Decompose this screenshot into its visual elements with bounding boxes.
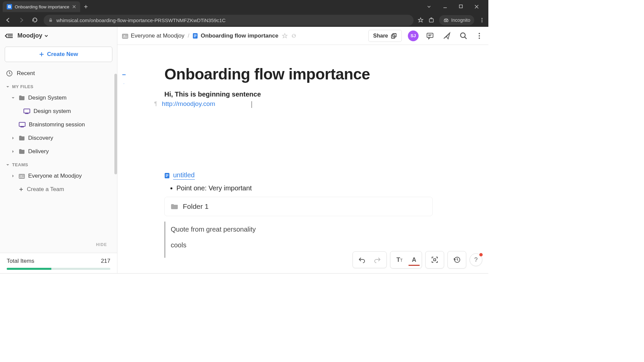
outline-toggle-icon[interactable]: –	[122, 70, 126, 78]
document-heading[interactable]: Hi, This is beginning sentence	[164, 90, 488, 98]
sidebar-section-my-files[interactable]: MY FILES	[0, 80, 117, 91]
svg-point-28	[479, 38, 480, 39]
sidebar-section-teams[interactable]: TEAMS	[0, 158, 117, 169]
caret-right-icon	[11, 136, 15, 140]
favorite-star-icon[interactable]	[282, 33, 288, 39]
browser-menu-icon[interactable]	[479, 17, 485, 23]
caret-right-icon	[11, 174, 15, 178]
quote-line: cools	[171, 241, 433, 249]
tree-label: Design system	[34, 108, 71, 115]
incognito-badge[interactable]: Incognito	[439, 15, 474, 25]
tab-bar: Onboarding flow importance	[0, 0, 488, 13]
address-bar: whimsical.com/onboarding-flow-importance…	[0, 13, 488, 27]
svg-rect-4	[460, 5, 463, 8]
extensions-icon[interactable]	[428, 17, 434, 23]
tree-label: Brainstomring session	[29, 121, 85, 128]
new-tab-button[interactable]	[82, 2, 90, 11]
share-label: Share	[373, 33, 388, 39]
reload-button[interactable]	[30, 15, 40, 25]
doc-icon	[193, 33, 198, 39]
document-title[interactable]: Onboarding flow importance	[164, 65, 488, 83]
chevron-down-icon	[44, 34, 48, 38]
embedded-doc-title: untitled	[173, 171, 195, 180]
caret-down-icon	[6, 85, 9, 88]
help-button[interactable]: ?	[470, 253, 482, 266]
topbar: Everyone at Moodjoy / Onboarding flow im…	[117, 27, 488, 45]
svg-rect-19	[194, 35, 197, 35]
svg-point-9	[446, 20, 448, 22]
tree-item-delivery[interactable]: Delivery	[0, 145, 117, 158]
browser-tab[interactable]: Onboarding flow importance	[3, 1, 80, 12]
tree-item-team-everyone[interactable]: Everyone at Moodjoy	[0, 169, 117, 183]
svg-point-11	[482, 20, 483, 21]
text-color-button[interactable]: A	[409, 254, 420, 266]
board-icon	[19, 122, 25, 127]
collapse-sidebar-button[interactable]	[5, 33, 13, 39]
main-area: Everyone at Moodjoy / Onboarding flow im…	[117, 27, 488, 273]
sidebar-header: Moodjoy	[0, 27, 117, 45]
bullet-list-item[interactable]: Point one: Very important	[170, 184, 488, 192]
breadcrumb-doc-label: Onboarding flow importance	[201, 33, 278, 39]
tab-title: Onboarding flow importance	[15, 4, 69, 9]
redo-button[interactable]	[370, 254, 384, 266]
svg-point-10	[482, 18, 483, 19]
folder-icon	[19, 149, 25, 154]
sidebar-scrollbar[interactable]	[114, 74, 117, 174]
bookmark-star-icon[interactable]	[418, 17, 424, 23]
create-team-button[interactable]: Create a Team	[0, 183, 117, 196]
text-style-button[interactable]: TT	[392, 253, 407, 266]
recent-label: Recent	[17, 70, 35, 77]
tree-item-design-system-board[interactable]: Design system	[0, 105, 117, 118]
sidebar: Moodjoy Create New Recent MY FILES Desig…	[0, 27, 117, 273]
search-icon[interactable]	[458, 31, 469, 41]
focus-mode-button[interactable]	[428, 253, 442, 266]
maximize-icon[interactable]	[456, 3, 466, 10]
notification-dot-icon	[479, 253, 483, 256]
svg-rect-5	[49, 20, 52, 22]
breadcrumb-team[interactable]: Everyone at Moodjoy	[122, 33, 184, 39]
svg-point-12	[482, 21, 483, 22]
caret-down-icon	[11, 96, 15, 100]
comments-icon[interactable]	[425, 31, 435, 41]
board-icon	[23, 109, 30, 114]
svg-rect-6	[429, 19, 433, 22]
more-menu-icon[interactable]	[475, 31, 484, 41]
sync-icon[interactable]	[291, 33, 297, 39]
bullet-icon	[170, 187, 172, 189]
workspace-switcher[interactable]: Moodjoy	[17, 32, 48, 39]
undo-button[interactable]	[355, 254, 369, 266]
forward-button[interactable]	[17, 15, 26, 25]
workspace-name: Moodjoy	[17, 32, 42, 39]
outline-marker: ·	[123, 82, 124, 85]
clock-icon	[6, 70, 13, 77]
embedded-doc-link[interactable]: untitled	[164, 171, 488, 180]
text-cursor	[252, 101, 252, 108]
team-icon	[122, 33, 128, 39]
svg-rect-2	[9, 7, 10, 7]
user-avatar[interactable]: SJ	[408, 31, 419, 41]
breadcrumb-separator: /	[188, 33, 190, 39]
breadcrumb-doc[interactable]: Onboarding flow importance	[193, 33, 278, 39]
send-icon[interactable]	[441, 31, 452, 41]
folder-block[interactable]: Folder 1	[164, 197, 433, 216]
incognito-label: Incognito	[451, 17, 470, 23]
minimize-icon[interactable]	[440, 3, 450, 10]
tab-search-icon[interactable]	[424, 3, 434, 10]
folder-icon	[19, 95, 25, 101]
create-new-button[interactable]: Create New	[5, 47, 112, 62]
close-window-icon[interactable]	[472, 3, 482, 10]
tree-item-design-system-folder[interactable]: Design System	[0, 91, 117, 105]
tab-close-icon[interactable]	[72, 5, 76, 9]
back-button[interactable]	[3, 15, 13, 25]
tree-label: Everyone at Moodjoy	[28, 173, 82, 179]
sidebar-recent[interactable]: Recent	[0, 67, 117, 80]
hide-sidebar-label[interactable]: HIDE	[96, 242, 107, 247]
document-canvas[interactable]: – · Onboarding flow importance Hi, This …	[117, 45, 488, 273]
history-button[interactable]	[450, 253, 464, 266]
svg-rect-15	[19, 122, 25, 126]
document-link[interactable]: http://moodjoy.com	[162, 100, 215, 108]
share-button[interactable]: Share	[368, 30, 402, 42]
tree-item-discovery[interactable]: Discovery	[0, 131, 117, 145]
url-input[interactable]: whimsical.com/onboarding-flow-importance…	[44, 15, 414, 26]
tree-item-brainstorming[interactable]: Brainstomring session	[0, 118, 117, 131]
